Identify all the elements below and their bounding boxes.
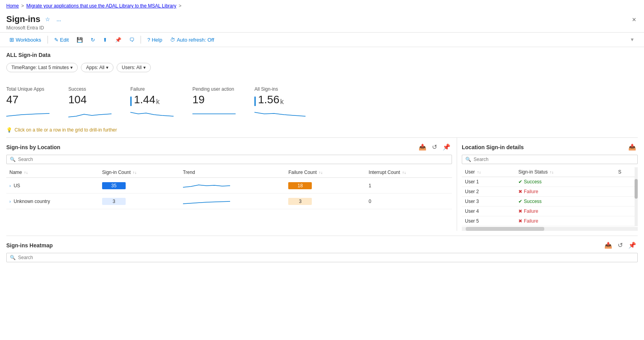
workbooks-icon: ⊞ [9, 37, 14, 43]
row-failure-count-unknown: 3 [285, 194, 365, 209]
help-label: Help [152, 37, 162, 43]
location-search-input[interactable] [18, 157, 448, 162]
heatmap-undo-button[interactable]: ↺ [616, 241, 624, 250]
detail-status-4: ✖ Failure [515, 207, 615, 216]
expand-icon-unknown[interactable]: › [9, 199, 11, 204]
title-text: Sign-ins [6, 14, 40, 24]
table-row[interactable]: › Unknown country 3 [6, 194, 452, 209]
main-content: ALL Sign-in Data TimeRange: Last 5 minut… [0, 47, 644, 270]
heatmap-section: Sign-ins Heatmap 📤 ↺ 📌 🔍 [6, 236, 638, 262]
heatmap-actions: 📤 ↺ 📌 [603, 241, 638, 250]
more-options-button[interactable]: ... [55, 15, 63, 23]
table-row[interactable]: User 3 ✔ Success [462, 197, 638, 207]
section-title: ALL Sign-in Data [6, 52, 638, 58]
hint-icon: 💡 [6, 127, 12, 133]
row-signin-count-us: 35 [99, 178, 180, 194]
users-chevron: ▾ [143, 65, 146, 70]
detail-user-4: User 4 [462, 207, 515, 216]
detail-status-2: ✖ Failure [515, 187, 615, 197]
allsignins-bar-indicator [254, 97, 256, 106]
signin-bar-unknown: 3 [102, 198, 126, 205]
heatmap-pin-button[interactable]: 📌 [627, 241, 638, 250]
autorefresh-icon: ⏱ [170, 37, 175, 43]
autorefresh-button[interactable]: ⏱ Auto refresh: Off [167, 35, 217, 44]
breadcrumb: Home > Migrate your applications that us… [0, 0, 644, 12]
apps-filter[interactable]: Apps: All ▾ [81, 63, 113, 72]
table-row[interactable]: User 1 ✔ Success [462, 177, 638, 187]
refresh-button[interactable]: ↻ [88, 35, 98, 44]
expand-icon-us[interactable]: › [9, 184, 11, 188]
metric-success[interactable]: Success 104 [68, 86, 112, 119]
location-undo-button[interactable]: ↺ [430, 143, 439, 152]
location-search-box[interactable]: 🔍 [6, 155, 452, 164]
metric-trend-4 [254, 108, 306, 119]
row-name-unknown: › Unknown country [6, 194, 99, 209]
timerange-filter[interactable]: TimeRange: Last 5 minutes ▾ [6, 63, 78, 72]
table-row[interactable]: User 4 ✖ Failure [462, 207, 638, 216]
failure-suffix: k [156, 98, 160, 106]
location-detail-panel: Location Sign-in details 📤 🔍 User ↑↓ Sig [457, 138, 638, 231]
vertical-scrollbar[interactable] [635, 167, 638, 226]
metric-pending[interactable]: Pending user action 19 [192, 86, 236, 119]
toolbar-divider-2 [141, 36, 141, 44]
location-share-button[interactable]: 📤 [417, 143, 428, 152]
feedback-button[interactable]: 🗨 [126, 35, 137, 44]
table-row[interactable]: › US 35 [6, 178, 452, 194]
metric-value-0: 47 [6, 93, 49, 106]
collapse-button[interactable]: ▼ [627, 35, 638, 44]
failure-bar-us: 18 [288, 182, 312, 189]
heatmap-search-box[interactable]: 🔍 [6, 253, 638, 262]
share-button[interactable]: ⬆ [100, 35, 110, 44]
breadcrumb-link1[interactable]: Migrate your applications that use the A… [26, 3, 176, 9]
toolbar: ⊞ Workbooks ✎ Edit 💾 ↻ ⬆ 📌 🗨 ? Help ⏱ Au… [0, 32, 644, 47]
detail-search-input[interactable] [474, 157, 634, 162]
pin-button[interactable]: 📌 [112, 35, 124, 44]
metric-failure[interactable]: Failure 1.44k [130, 86, 174, 119]
status-badge-failure-5: ✖ Failure [518, 218, 612, 224]
metric-total-unique-apps[interactable]: Total Unique Apps 47 [6, 86, 49, 119]
save-button[interactable]: 💾 [73, 35, 86, 44]
metric-all-signins[interactable]: All Sign-ins 1.56k [254, 86, 306, 119]
metric-trend-0 [6, 108, 49, 119]
detail-share-icon: 📤 [628, 144, 636, 150]
horizontal-scrollbar[interactable] [462, 227, 638, 231]
detail-table: User ↑↓ Sign-in Status ↑↓ S User 1 ✔ Suc… [462, 167, 638, 226]
help-icon: ? [147, 37, 150, 43]
location-search-icon: 🔍 [10, 157, 16, 162]
location-share-icon: 📤 [419, 144, 426, 150]
heatmap-title: Sign-ins Heatmap [6, 242, 53, 249]
detail-search-box[interactable]: 🔍 [462, 155, 638, 164]
table-row[interactable]: User 2 ✖ Failure [462, 187, 638, 197]
metric-value-2: 1.44k [130, 93, 174, 106]
breadcrumb-home[interactable]: Home [6, 3, 19, 9]
close-button[interactable]: × [630, 14, 638, 26]
col-name: Name ↑↓ [6, 167, 99, 178]
pin-icon: 📌 [115, 37, 121, 43]
users-filter[interactable]: Users: All ▾ [117, 63, 151, 72]
heatmap-share-button[interactable]: 📤 [603, 241, 614, 250]
detail-user-2: User 2 [462, 187, 515, 197]
edit-button[interactable]: ✎ Edit [51, 35, 72, 44]
edit-label: Edit [60, 37, 69, 43]
detail-share-button[interactable]: 📤 [627, 143, 638, 152]
hint-text: 💡 Click on a tile or a row in the grid t… [6, 127, 638, 133]
row-failure-count-us: 18 [285, 178, 365, 194]
col-failure-count: Failure Count ↑↓ [285, 167, 365, 178]
metric-label-4: All Sign-ins [254, 86, 306, 92]
heatmap-undo-icon: ↺ [618, 242, 623, 249]
table-row[interactable]: User 5 ✖ Failure [462, 216, 638, 226]
apps-label: Apps: All [86, 65, 104, 70]
status-badge-failure-2: ✖ Failure [518, 189, 612, 194]
workbooks-button[interactable]: ⊞ Workbooks [6, 35, 44, 44]
location-pin-button[interactable]: 📌 [441, 143, 452, 152]
pin-title-button[interactable]: ☆ [44, 15, 52, 23]
detail-status-3: ✔ Success [515, 197, 615, 207]
help-button[interactable]: ? Help [144, 35, 165, 44]
col-signin-count: Sign-in Count ↑↓ [99, 167, 180, 178]
detail-panel-title: Location Sign-in details [462, 144, 524, 150]
horiz-scroll-thumb [466, 227, 544, 231]
detail-status-5: ✖ Failure [515, 216, 615, 226]
heatmap-search-input[interactable] [18, 255, 634, 260]
detail-panel-header: Location Sign-in details 📤 [462, 143, 638, 152]
metric-label-1: Success [68, 86, 112, 92]
